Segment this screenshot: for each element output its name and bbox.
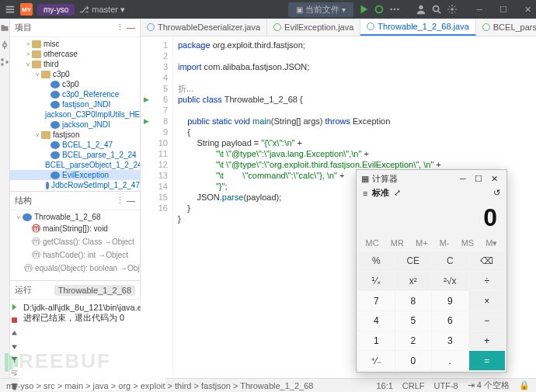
vcs-branch[interactable]: ⎇ master ▾ <box>79 5 125 15</box>
run-down-icon[interactable] <box>10 342 19 351</box>
structure-node[interactable]: ⓜhashCode(): int →Object <box>10 248 140 262</box>
calc-mem-btn[interactable]: MR <box>391 238 404 248</box>
search-icon[interactable] <box>431 4 442 15</box>
tree-node[interactable]: vc3p0 <box>10 69 140 79</box>
tree-node[interactable]: >othercase <box>10 49 140 59</box>
calc-key[interactable]: . <box>432 351 468 370</box>
maximize-button[interactable]: ☐ <box>499 5 507 15</box>
editor-tab[interactable]: EvilException.java <box>267 19 360 36</box>
calc-key[interactable]: 5 <box>395 311 432 331</box>
svg-point-3 <box>419 5 423 9</box>
editor-tab[interactable]: Throwable_1_2_68.java <box>360 19 475 36</box>
minimize-button[interactable]: ─ <box>476 5 482 14</box>
structure-node[interactable]: ⓜgetClass(): Class →Object <box>10 235 140 248</box>
calc-key[interactable]: ⅟ₓ <box>358 272 395 291</box>
editor-tab[interactable]: BCEL_parse_1_2_24.java <box>476 19 536 36</box>
menu-icon[interactable] <box>5 4 16 15</box>
calc-key[interactable]: 0 <box>395 351 432 370</box>
calc-key[interactable]: ⌫ <box>469 252 506 271</box>
tree-node[interactable]: >misc <box>10 39 140 49</box>
calc-key[interactable]: + <box>469 331 506 351</box>
calc-key[interactable]: 9 <box>432 291 468 310</box>
indent-info[interactable]: ⇥ 4 个空格 <box>468 380 510 391</box>
calc-key[interactable]: % <box>358 252 395 271</box>
calc-title: 计算器 <box>372 173 398 185</box>
run-config-selector[interactable]: ▣ 当前文件 ▾ <box>288 2 353 17</box>
tree-node[interactable]: vfastjson <box>10 130 140 140</box>
calc-key[interactable]: − <box>469 311 506 331</box>
calc-key[interactable]: x² <box>395 272 432 291</box>
project-name[interactable]: my-yso <box>37 4 75 16</box>
calc-mem-btn[interactable]: MC <box>366 238 379 248</box>
editor-tab[interactable]: ThrowableDeserializer.java <box>141 19 267 36</box>
breadcrumb[interactable]: my-yso > src > main > java > org > explo… <box>6 381 367 390</box>
calc-key[interactable]: 3 <box>432 331 468 351</box>
file-encoding[interactable]: UTF-8 <box>434 381 458 390</box>
calc-minimize[interactable]: ─ <box>455 174 471 183</box>
calc-mem-btn[interactable]: M+ <box>416 238 428 248</box>
user-icon[interactable] <box>416 4 426 15</box>
calc-key[interactable]: = <box>469 351 506 370</box>
rerun-icon[interactable] <box>10 303 19 311</box>
calc-key[interactable]: 8 <box>395 291 432 310</box>
calc-key[interactable]: 6 <box>432 311 468 331</box>
filter-icon[interactable] <box>10 356 19 364</box>
calc-key[interactable]: 4 <box>358 311 395 331</box>
tree-node[interactable]: EvilException <box>10 170 140 180</box>
svg-point-6 <box>3 43 7 47</box>
calc-pin-icon[interactable]: ⤢ <box>394 188 401 198</box>
tree-node[interactable]: jackson_C3P0ImplUtils_HEX_C <box>10 109 140 120</box>
line-gutter: 12345678910111213141516 <box>151 36 173 378</box>
calc-mem-btn[interactable]: M- <box>440 238 450 248</box>
tree-node[interactable]: jackson_JNDI <box>10 120 140 130</box>
svg-point-1 <box>394 9 396 11</box>
tree-node[interactable]: BCEL_parseObject_1_2_24 <box>10 160 140 170</box>
structure-node[interactable]: ⓜequals(Object): boolean →Object <box>10 262 140 275</box>
tree-node[interactable]: JdbcRowSetImpl_1_2_47 <box>10 180 140 190</box>
run-up-icon[interactable] <box>10 329 19 338</box>
close-button[interactable]: ✕ <box>524 5 531 15</box>
readonly-icon[interactable]: 🔒 <box>519 380 530 390</box>
calc-key[interactable]: × <box>469 291 506 310</box>
calc-key[interactable]: ⁺∕₋ <box>358 351 395 370</box>
tree-node[interactable]: vthird <box>10 59 140 69</box>
calculator-window[interactable]: ▦ 计算器 ─ ☐ ✕ ≡ 标准 ⤢ ↺ 0 MCMRM+M-MSM▾ %CEC… <box>356 169 507 373</box>
debug-icon[interactable] <box>374 4 385 15</box>
calc-mem-btn[interactable]: MS <box>461 238 475 248</box>
calc-key[interactable]: 7 <box>358 291 395 310</box>
calc-key[interactable]: 1 <box>358 331 395 351</box>
run-icon[interactable] <box>358 4 369 15</box>
calc-mem-btn[interactable]: M▾ <box>486 238 497 248</box>
project-tree[interactable]: >misc>othercasevthirdvc3p0c3p0c3p0_Refer… <box>10 37 140 191</box>
tree-node[interactable]: BCEL_1_2_47 <box>10 140 140 150</box>
calc-maximize[interactable]: ☐ <box>471 174 486 184</box>
calc-key[interactable]: CE <box>395 252 432 271</box>
calc-key[interactable]: 2 <box>395 331 432 351</box>
calc-menu-icon[interactable]: ≡ <box>363 189 367 198</box>
calc-keypad: %CEC⌫⅟ₓx²²√x÷789×456−123+⁺∕₋0.= <box>357 250 506 372</box>
structure-tool-icon[interactable] <box>0 57 9 67</box>
calc-close[interactable]: ✕ <box>486 174 502 184</box>
more-icon[interactable] <box>389 4 400 15</box>
structure-node[interactable]: ⓜmain(String[]): void <box>10 222 140 235</box>
commit-tool-icon[interactable] <box>0 40 9 50</box>
tree-node[interactable]: BCEL_parse_1_2_24 <box>10 150 140 160</box>
stop-icon[interactable] <box>10 316 19 324</box>
line-separator[interactable]: CRLF <box>402 381 425 390</box>
calc-key[interactable]: ²√x <box>432 272 468 291</box>
svg-rect-7 <box>2 59 4 61</box>
tree-node[interactable]: c3p0 <box>10 79 140 89</box>
structure-tree[interactable]: vThrowable_1_2_68ⓜmain(String[]): voidⓜg… <box>10 210 140 280</box>
project-tool-icon[interactable] <box>0 23 9 33</box>
wrap-icon[interactable] <box>10 369 19 377</box>
settings-icon[interactable] <box>447 4 458 15</box>
caret-position[interactable]: 16:1 <box>376 381 392 390</box>
calc-history-icon[interactable]: ↺ <box>493 188 500 198</box>
calc-key[interactable]: C <box>432 252 468 271</box>
tree-node[interactable]: c3p0_Reference <box>10 89 140 99</box>
calc-titlebar[interactable]: ▦ 计算器 ─ ☐ ✕ <box>357 170 506 187</box>
calc-key[interactable]: ÷ <box>469 272 506 291</box>
structure-node[interactable]: vThrowable_1_2_68 <box>10 212 140 222</box>
tree-node[interactable]: fastjson_JNDI <box>10 99 140 109</box>
editor-tabs[interactable]: ThrowableDeserializer.javaEvilException.… <box>141 19 536 36</box>
